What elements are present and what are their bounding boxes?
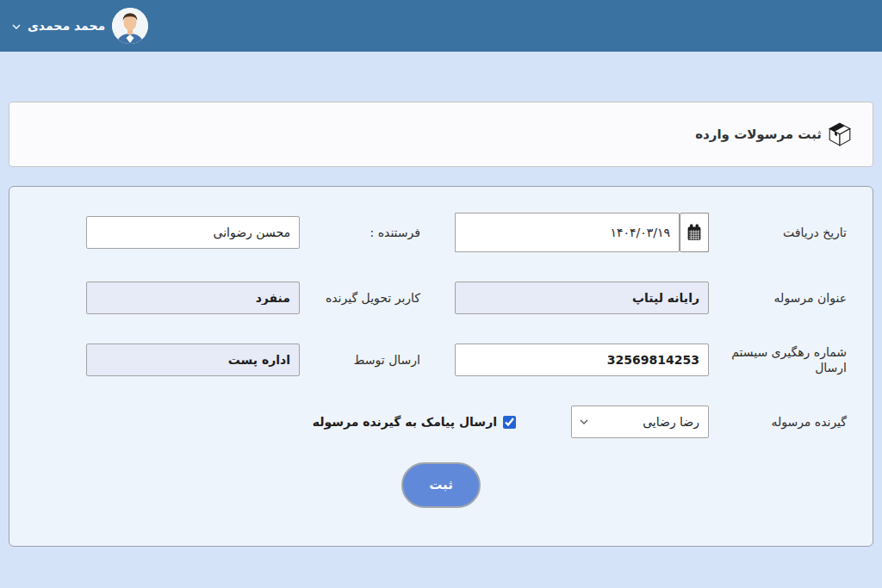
sms-checkbox[interactable] (503, 416, 516, 429)
form-row-receiver-sms: گیرنده مرسوله رضا رضایی ارسال پیامک به گ… (35, 405, 847, 438)
form-row-title-user: عنوان مرسوله کاربر تحویل گیرنده (35, 282, 847, 314)
chevron-down-icon (12, 24, 21, 29)
receiver-label: گیرنده مرسوله (709, 414, 847, 430)
parcel-title-input[interactable] (455, 282, 709, 314)
user-name: محمد محمدی (28, 19, 105, 33)
tracking-number-label: شماره رهگیری سیستم ارسال (709, 344, 847, 375)
sent-by-label: ارسال توسط (300, 353, 420, 367)
topbar: محمد محمدی (0, 0, 882, 52)
page-header-card: ثبت مرسولات وارده (9, 102, 873, 167)
sms-checkbox-block[interactable]: ارسال پیامک به گیرنده مرسوله (313, 415, 516, 429)
sent-by-input[interactable] (86, 344, 300, 376)
delivery-user-input[interactable] (86, 282, 300, 314)
receiver-select[interactable]: رضا رضایی (571, 405, 709, 438)
delivery-user-label: کاربر تحویل گیرنده (300, 291, 420, 305)
submit-row: ثبت (35, 462, 847, 508)
user-menu[interactable]: محمد محمدی (12, 8, 148, 44)
sender-input[interactable] (86, 216, 300, 249)
user-avatar (112, 8, 148, 44)
form-row-date-sender: تاریخ دریافت (35, 213, 847, 252)
receipt-date-input[interactable] (455, 213, 680, 252)
package-icon (828, 121, 852, 147)
submit-button[interactable]: ثبت (401, 462, 481, 508)
calendar-icon[interactable] (680, 213, 709, 252)
tracking-number-input[interactable] (455, 344, 709, 376)
sms-checkbox-label: ارسال پیامک به گیرنده مرسوله (313, 415, 497, 429)
form-row-tracking-sentby: شماره رهگیری سیستم ارسال ارسال توسط (35, 344, 847, 376)
incoming-parcel-form: تاریخ دریافت (9, 186, 873, 547)
parcel-title-label: عنوان مرسوله (709, 290, 847, 306)
receipt-date-group (455, 213, 709, 252)
receipt-date-label: تاریخ دریافت (709, 225, 847, 240)
page-title: ثبت مرسولات وارده (695, 127, 822, 142)
sender-label: فرستنده : (300, 226, 420, 239)
